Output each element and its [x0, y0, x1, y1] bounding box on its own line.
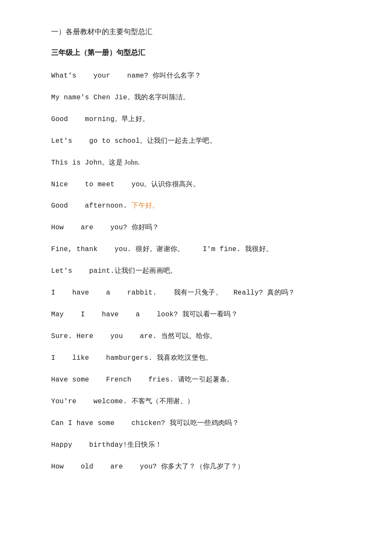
section-title: 一）各册教材中的主要句型总汇 [51, 26, 341, 39]
sentence-6: Nice to meet you。认识你很高兴。 [51, 177, 341, 191]
page-container: 一）各册教材中的主要句型总汇 三年级上（第一册）句型总汇 What's your… [51, 26, 341, 474]
sentence-5: This is John。这是 John. [51, 156, 341, 170]
sentence-10: Let's paint.让我们一起画画吧。 [51, 264, 341, 278]
sentence-14: I like hamburgers. 我喜欢吃汉堡包。 [51, 351, 341, 365]
sentence-8: How are you? 你好吗？ [51, 220, 341, 234]
sentence-17: Can I have some chicken? 我可以吃一些鸡肉吗？ [51, 416, 341, 430]
sentence-11: I have a rabbit. 我有一只兔子。 Really? 真的吗？ [51, 286, 341, 300]
sentence-4: Let's go to school。让我们一起去上学吧。 [51, 134, 341, 148]
subsection-title: 三年级上（第一册）句型总汇 [51, 46, 341, 60]
sentence-16: You're welcome. 不客气（不用谢。） [51, 394, 341, 408]
sentence-19: How old are you? 你多大了？（你几岁了？） [51, 460, 341, 474]
sentence-18: Happy birthday!生日快乐！ [51, 438, 341, 452]
sentence-12: May I have a look? 我可以看一看吗？ [51, 307, 341, 321]
sentence-7: Good afternoon. 下午好。 [51, 199, 341, 213]
sentence-13: Sure. Here you are. 当然可以。给你。 [51, 329, 341, 343]
sentence-9: Fine, thank you. 很好。谢谢你。 I'm fine. 我很好。 [51, 242, 341, 256]
sentence-15: Have some French fries. 请吃一引起薯条。 [51, 373, 341, 387]
sentence-1: What's your name? 你叫什么名字？ [51, 69, 341, 83]
sentence-2: My name's Chen Jie。我的名字叫陈洁。 [51, 90, 341, 104]
sentence-3: Good morning。早上好。 [51, 112, 341, 126]
